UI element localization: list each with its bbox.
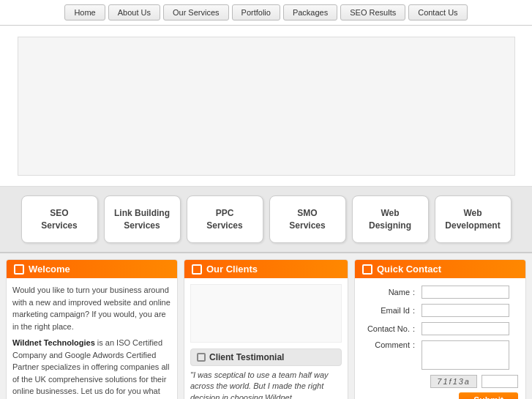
- email-row: Email Id :: [362, 304, 518, 317]
- clients-title: Our Clients: [206, 264, 258, 275]
- comment-row: Comment :: [362, 340, 518, 370]
- service-smo[interactable]: SMOServices: [269, 195, 346, 243]
- nav-bar: Home About Us Our Services Portfolio Pac…: [0, 0, 532, 26]
- name-colon: :: [413, 288, 419, 297]
- name-row: Name :: [362, 286, 518, 299]
- testimonial-icon: [197, 353, 206, 362]
- service-web-designing[interactable]: WebDesigning: [352, 195, 429, 243]
- welcome-section: Welcome Would you like to turn your busi…: [6, 259, 178, 399]
- captcha-row: 71f13a: [362, 375, 518, 388]
- welcome-text2: Wildnet Technologies is an ISO Certified…: [12, 337, 171, 399]
- main-content: Welcome Would you like to turn your busi…: [0, 253, 532, 399]
- clients-icon: [192, 264, 202, 275]
- contact-no-colon: :: [413, 324, 419, 333]
- contact-icon: [362, 264, 372, 275]
- welcome-body: Would you like to turn your business aro…: [7, 278, 177, 399]
- comment-input[interactable]: [422, 340, 509, 370]
- testimonial-text: "I was sceptical to use a team half way …: [190, 370, 342, 399]
- clients-header: Our Clients: [184, 260, 348, 278]
- testimonial-subsection: Client Testimonial "I was sceptical to u…: [190, 348, 342, 399]
- services-row: SEOServices Link BuildingServices PPCSer…: [0, 187, 532, 253]
- clients-body: Client Testimonial "I was sceptical to u…: [184, 278, 348, 399]
- client-logos-area: [190, 284, 342, 343]
- banner-image: [18, 37, 515, 176]
- email-input[interactable]: [422, 304, 509, 317]
- contact-body: Name : Email Id : Contact No. : Comment …: [355, 278, 525, 399]
- email-label: Email Id: [362, 306, 410, 315]
- nav-seo-results[interactable]: SEO Results: [340, 4, 405, 20]
- name-label: Name: [362, 288, 410, 297]
- contact-no-row: Contact No. :: [362, 322, 518, 335]
- nav-services[interactable]: Our Services: [163, 4, 229, 20]
- testimonial-title: Client Testimonial: [209, 352, 284, 362]
- welcome-text1: Would you like to turn your business aro…: [12, 284, 171, 332]
- submit-row: Submit: [362, 392, 518, 399]
- service-web-dev[interactable]: WebDevelopment: [435, 195, 512, 243]
- banner-area: [0, 26, 532, 187]
- service-ppc[interactable]: PPCServices: [187, 195, 263, 243]
- email-colon: :: [413, 306, 419, 315]
- contact-no-input[interactable]: [422, 322, 509, 335]
- contact-section: Quick Contact Name : Email Id : Contact …: [354, 259, 526, 399]
- service-link-building[interactable]: Link BuildingServices: [104, 195, 181, 243]
- brand-name: Wildnet Technologies: [12, 338, 95, 347]
- name-input[interactable]: [422, 286, 509, 299]
- captcha-input[interactable]: [482, 375, 518, 388]
- welcome-header: Welcome: [7, 260, 177, 278]
- nav-packages[interactable]: Packages: [283, 4, 337, 20]
- nav-portfolio[interactable]: Portfolio: [232, 4, 280, 20]
- nav-home[interactable]: Home: [64, 4, 105, 20]
- testimonial-header: Client Testimonial: [190, 348, 342, 366]
- service-seo[interactable]: SEOServices: [21, 195, 98, 243]
- comment-label: Comment: [362, 340, 410, 349]
- nav-about[interactable]: About Us: [108, 4, 160, 20]
- contact-header: Quick Contact: [355, 260, 525, 278]
- welcome-icon: [14, 264, 24, 275]
- clients-section: Our Clients Client Testimonial "I was sc…: [184, 259, 348, 399]
- welcome-title: Welcome: [29, 264, 70, 275]
- comment-colon: :: [413, 340, 419, 349]
- contact-title: Quick Contact: [377, 264, 441, 275]
- submit-button[interactable]: Submit: [459, 392, 518, 399]
- contact-no-label: Contact No.: [362, 324, 410, 333]
- captcha-display: 71f13a: [430, 375, 477, 388]
- nav-contact[interactable]: Contact Us: [408, 4, 467, 20]
